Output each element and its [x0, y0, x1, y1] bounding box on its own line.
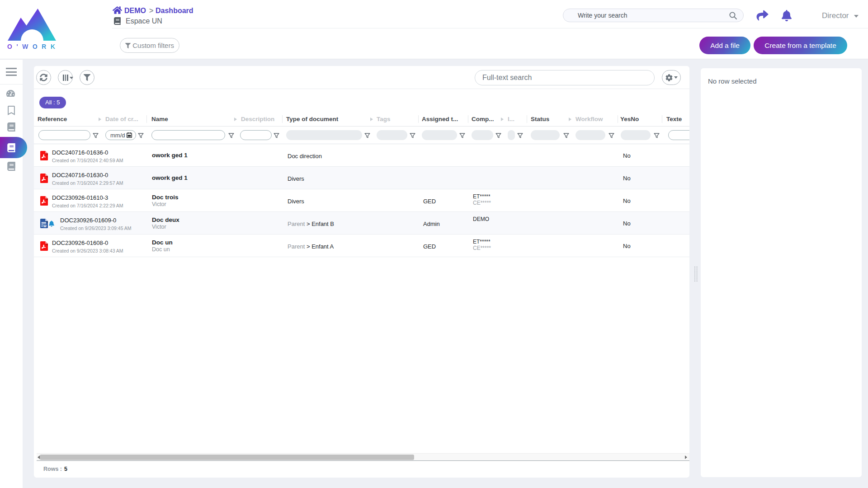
svg-text:W: W [43, 224, 47, 228]
